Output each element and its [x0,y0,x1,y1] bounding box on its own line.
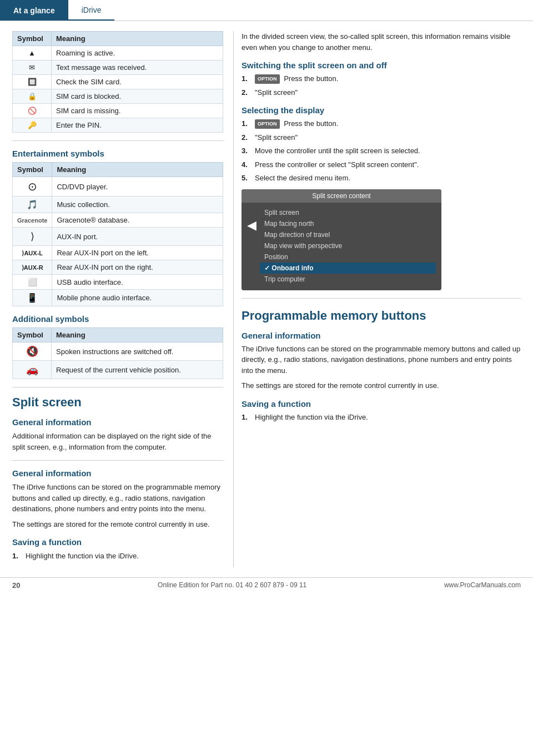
split-screen-item[interactable]: Position [260,251,436,263]
programmable-memory-heading: Programmable memory buttons [242,309,521,323]
entertainment-symbol-table: Symbol Meaning ⊙CD/DVD player.🎵Music col… [12,162,223,306]
phone-meaning-cell: Roaming is active. [52,46,223,61]
phone-table-row: 🔒SIM card is blocked. [13,89,223,104]
add-table-header-symbol: Symbol [13,328,52,342]
right-saving-steps-list: 1. Highlight the function via the iDrive… [242,412,521,423]
left-column: Symbol Meaning ▲Roaming is active.✉Text … [0,31,233,567]
phone-meaning-cell: Enter the PIN. [52,118,223,133]
selecting-steps-list: 1. OPTION Press the button. 2. "Split sc… [242,118,521,184]
split-screen-general-text: Additional information can be displayed … [12,431,223,452]
ent-symbol-cell: ⟩AUX-R [13,260,52,275]
left-general-info-heading: General information [12,468,223,478]
left-saving-step-1: 1. Highlight the function via the iDrive… [12,551,223,562]
phone-table-row: 🚫SIM card is missing. [13,104,223,118]
split-screen-item[interactable]: Map view with perspective [260,240,436,251]
additional-table-row: 🔇Spoken instructions are switched off. [13,342,223,361]
right-column: In the divided screen view, the so-calle… [233,31,533,567]
selecting-step-3: 3. Move the controller until the split s… [242,145,521,157]
selecting-step-4: 4. Press the controller or select "Split… [242,159,521,170]
switching-step-1: 1. OPTION Press the button. [242,73,521,84]
right-saving-step-1: 1. Highlight the function via the iDrive… [242,412,521,423]
ent-table-header-meaning: Meaning [52,163,223,177]
footer-url: www.ProCarManuals.com [444,581,521,589]
right-saving-function-heading: Saving a function [242,399,521,409]
ent-meaning-cell: AUX-IN port. [52,228,223,246]
phone-symbol-table: Symbol Meaning ▲Roaming is active.✉Text … [12,31,223,133]
phone-table-header-meaning: Meaning [52,32,223,46]
add-symbol-cell: 🚗 [13,361,52,379]
selecting-step-2: 2. "Split screen" [242,132,521,143]
ent-meaning-cell: CD/DVD player. [52,177,223,196]
ent-symbol-cell: 🎵 [13,196,52,213]
entertainment-table-row: ⟩AUX-LRear AUX-IN port on the left. [13,246,223,260]
ent-symbol-cell: ⟩ [13,228,52,246]
page-number: 20 [12,581,20,589]
page-footer: 20 Online Edition for Part no. 01 40 2 6… [0,577,533,593]
tab-idrive[interactable]: iDrive [68,0,115,21]
additional-table-row: 🚗Request of the current vehicle position… [13,361,223,379]
ent-meaning-cell: Music collection. [52,196,223,213]
tab-idrive-label: iDrive [82,6,102,14]
intro-text: In the divided screen view, the so-calle… [242,31,521,53]
phone-table-row: 🔑Enter the PIN. [13,118,223,133]
additional-symbol-table: Symbol Meaning 🔇Spoken instructions are … [12,327,223,379]
add-meaning-cell: Request of the current vehicle position. [52,361,223,379]
right-general-info-heading: General information [242,331,521,340]
option-icon-1: OPTION [255,74,280,84]
phone-meaning-cell: Text message was received. [52,61,223,75]
entertainment-table-row: GracenoteGracenote® database. [13,213,223,228]
ent-meaning-cell: USB audio interface. [52,275,223,290]
switching-step-2: 2. "Split screen" [242,87,521,98]
split-screen-panel-title: Split screen content [242,189,441,203]
entertainment-table-row: ⬜USB audio interface. [13,275,223,290]
switching-heading: Switching the split screen on and off [242,61,521,70]
phone-symbol-cell: ✉ [13,61,52,75]
entertainment-table-row: ⟩AUX-RRear AUX-IN port on the right. [13,260,223,275]
split-screen-item[interactable]: Split screen [260,207,436,218]
left-saving-steps: 1. Highlight the function via the iDrive… [12,551,223,562]
phone-symbol-cell: 🔑 [13,118,52,133]
left-general-info-text: The iDrive functions can be stored on th… [12,482,223,515]
add-meaning-cell: Spoken instructions are switched off. [52,342,223,361]
phone-table-row: ✉Text message was received. [13,61,223,75]
selecting-step-5: 5. Select the desired menu item. [242,173,521,184]
right-general-info-text2: The settings are stored for the remote c… [242,380,521,391]
left-saving-function-heading: Saving a function [12,537,223,547]
ent-symbol-cell: 📱 [13,290,52,306]
split-screen-panel-body: ◀ Split screenMap facing northMap direct… [242,205,441,287]
split-screen-general-heading: General information [12,417,223,427]
switching-steps-list: 1. OPTION Press the button. 2. "Split sc… [242,73,521,98]
phone-symbol-cell: ▲ [13,46,52,61]
tab-at-a-glance[interactable]: At a glance [0,0,68,21]
option-icon-2: OPTION [255,119,280,129]
entertainment-symbols-heading: Entertainment symbols [12,149,223,158]
ent-meaning-cell: Mobile phone audio interface. [52,290,223,306]
split-screen-panel: Split screen content ◀ Split screenMap f… [242,189,441,290]
split-screen-heading: Split screen [12,395,223,410]
page-header: At a glance iDrive [0,0,533,21]
phone-meaning-cell: SIM card is missing. [52,104,223,118]
entertainment-table-row: ⊙CD/DVD player. [13,177,223,196]
ent-symbol-cell: ⊙ [13,177,52,196]
split-screen-item[interactable]: Map direction of travel [260,229,436,240]
split-screen-item[interactable]: Trip computer [260,274,436,285]
split-screen-item[interactable]: ✓ Onboard info [260,263,436,274]
ent-symbol-cell: ⬜ [13,275,52,290]
ent-symbol-cell: Gracenote [13,213,52,228]
split-screen-items-list: Split screenMap facing northMap directio… [260,207,436,285]
ent-meaning-cell: Rear AUX-IN port on the left. [52,246,223,260]
phone-symbol-cell: 🚫 [13,104,52,118]
split-screen-item[interactable]: Map facing north [260,218,436,229]
ent-meaning-cell: Gracenote® database. [52,213,223,228]
entertainment-table-row: ⟩AUX-IN port. [13,228,223,246]
tab-at-a-glance-label: At a glance [13,6,55,15]
selecting-heading: Selecting the display [242,105,521,115]
add-symbol-cell: 🔇 [13,342,52,361]
phone-table-header-symbol: Symbol [13,32,52,46]
entertainment-table-row: 📱Mobile phone audio interface. [13,290,223,306]
phone-table-row: ▲Roaming is active. [13,46,223,61]
phone-symbol-cell: 🔒 [13,89,52,104]
main-content: Symbol Meaning ▲Roaming is active.✉Text … [0,21,533,567]
additional-symbols-heading: Additional symbols [12,314,223,324]
split-screen-arrow-icon: ◀ [247,218,257,233]
